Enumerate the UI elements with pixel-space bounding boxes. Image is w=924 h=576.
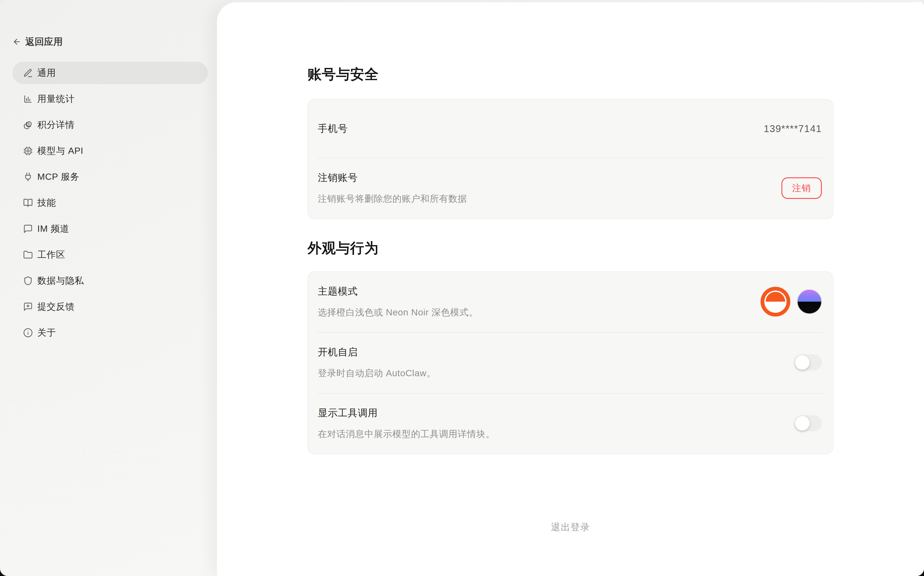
delete-account-button[interactable]: 注销 xyxy=(781,178,822,199)
sidebar-item-label: 数据与隐私 xyxy=(37,275,84,287)
pen-icon xyxy=(23,68,33,78)
shield-icon xyxy=(23,276,33,286)
phone-value: 139****7141 xyxy=(764,123,822,134)
theme-mode-description: 选择橙白浅色或 Neon Noir 深色模式。 xyxy=(318,306,478,318)
delete-account-label: 注销账号 xyxy=(318,171,467,184)
show-tool-calls-description: 在对话消息中展示模型的工具调用详情块。 xyxy=(318,428,495,440)
delete-account-row: 注销账号 注销账号将删除您的账户和所有数据 注销 xyxy=(308,158,833,219)
sidebar-item-about[interactable]: 关于 xyxy=(13,322,208,344)
sidebar-item-label: 工作区 xyxy=(37,249,65,261)
sidebar-item-label: 提交反馈 xyxy=(37,301,75,313)
sidebar-item-label: 积分详情 xyxy=(37,119,75,131)
sidebar-item-label: 技能 xyxy=(37,197,56,209)
sidebar-item-label: 关于 xyxy=(37,326,56,339)
back-button[interactable]: 返回应用 xyxy=(13,35,62,48)
theme-light-swatch-fill xyxy=(765,292,785,311)
plug-icon xyxy=(23,172,33,182)
phone-row: 手机号 139****7141 xyxy=(308,99,833,158)
autostart-description: 登录时自动启动 AutoClaw。 xyxy=(318,367,436,379)
sidebar-item-usage-stats[interactable]: 用量统计 xyxy=(13,88,208,110)
sidebar-item-label: 模型与 API xyxy=(37,145,83,157)
sidebar-item-mcp-services[interactable]: MCP 服务 xyxy=(13,166,208,188)
delete-account-description: 注销账号将删除您的账户和所有数据 xyxy=(318,193,467,205)
show-tool-calls-toggle[interactable] xyxy=(794,415,822,431)
theme-light-swatch[interactable] xyxy=(761,287,790,317)
settings-window: 返回应用 通用 用量统计 积分详情 xyxy=(0,0,924,576)
sidebar: 返回应用 通用 用量统计 积分详情 xyxy=(0,0,217,576)
coins-icon xyxy=(23,120,33,130)
sidebar-item-data-privacy[interactable]: 数据与隐私 xyxy=(13,269,208,292)
account-security-title: 账号与安全 xyxy=(307,65,833,84)
sidebar-item-label: 通用 xyxy=(37,67,56,79)
message-icon xyxy=(23,224,33,234)
feedback-icon xyxy=(23,302,33,312)
autostart-toggle[interactable] xyxy=(794,355,822,370)
sidebar-item-feedback[interactable]: 提交反馈 xyxy=(13,296,208,318)
theme-swatches xyxy=(761,287,822,317)
sidebar-item-label: MCP 服务 xyxy=(37,171,80,183)
folder-icon xyxy=(23,250,33,260)
info-icon xyxy=(23,328,33,338)
sidebar-item-credits[interactable]: 积分详情 xyxy=(13,114,208,136)
theme-dark-swatch[interactable] xyxy=(797,289,822,314)
back-label: 返回应用 xyxy=(25,35,62,48)
toggle-knob xyxy=(795,416,810,430)
appearance-behavior-title: 外观与行为 xyxy=(307,238,833,258)
show-tool-calls-row: 显示工具调用 在对话消息中展示模型的工具调用详情块。 xyxy=(308,394,833,454)
sidebar-item-label: IM 频道 xyxy=(37,222,69,235)
theme-mode-row: 主题模式 选择橙白浅色或 Neon Noir 深色模式。 xyxy=(308,272,833,332)
logout-button[interactable]: 退出登录 xyxy=(307,521,833,547)
account-card: 手机号 139****7141 注销账号 注销账号将删除您的账户和所有数据 注销 xyxy=(307,99,833,219)
sidebar-item-models-api[interactable]: 模型与 API xyxy=(13,139,208,162)
bar-chart-icon xyxy=(23,94,33,104)
toggle-knob xyxy=(795,355,810,370)
sidebar-item-general[interactable]: 通用 xyxy=(13,62,208,84)
sidebar-item-skills[interactable]: 技能 xyxy=(13,192,208,214)
phone-label: 手机号 xyxy=(318,122,348,135)
arrow-left-icon xyxy=(13,37,21,46)
theme-mode-label: 主题模式 xyxy=(318,285,478,298)
autostart-row: 开机自启 登录时自动启动 AutoClaw。 xyxy=(308,333,833,393)
sidebar-nav: 通用 用量统计 积分详情 模型与 API xyxy=(13,62,208,344)
sidebar-item-workspace[interactable]: 工作区 xyxy=(13,243,208,266)
autostart-label: 开机自启 xyxy=(318,346,436,359)
settings-content: 账号与安全 手机号 139****7141 注销账号 注销账号将删除您的账户和所… xyxy=(307,2,833,547)
main-panel: 账号与安全 手机号 139****7141 注销账号 注销账号将删除您的账户和所… xyxy=(217,2,924,576)
show-tool-calls-label: 显示工具调用 xyxy=(318,406,495,419)
sidebar-item-label: 用量统计 xyxy=(37,93,75,105)
sidebar-item-im-channels[interactable]: IM 频道 xyxy=(13,218,208,240)
cpu-icon xyxy=(23,146,33,156)
book-open-icon xyxy=(23,198,33,208)
appearance-card: 主题模式 选择橙白浅色或 Neon Noir 深色模式。 开机自启 登录时自动 xyxy=(307,272,833,454)
